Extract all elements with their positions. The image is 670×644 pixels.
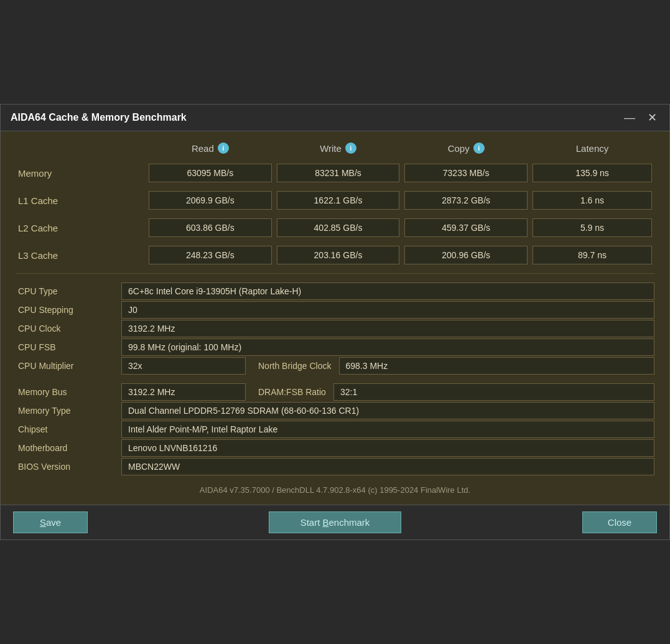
main-window: AIDA64 Cache & Memory Benchmark — ✕ Read… xyxy=(0,104,670,540)
header-copy: Copy i xyxy=(402,142,530,154)
cpu-type-label: CPU Type xyxy=(16,282,121,300)
chipset-label: Chipset xyxy=(16,421,121,438)
memory-row: Memory 63095 MB/s 83231 MB/s 73233 MB/s … xyxy=(16,164,654,182)
memory-bus-value: 3192.2 MHz xyxy=(121,383,246,401)
window-controls: — ✕ xyxy=(621,111,659,124)
cpu-multiplier-value: 32x xyxy=(121,357,246,375)
cpu-type-row: CPU Type 6C+8c Intel Core i9-13905H (Rap… xyxy=(16,282,654,300)
title-bar: AIDA64 Cache & Memory Benchmark — ✕ xyxy=(1,105,669,131)
l3cache-row: L3 Cache 248.23 GB/s 203.16 GB/s 200.96 … xyxy=(16,246,654,264)
start-benchmark-button[interactable]: Start Benchmark xyxy=(269,511,402,533)
memory-label: Memory xyxy=(16,168,146,179)
north-bridge-label: North Bridge Clock xyxy=(246,357,339,375)
memory-type-value: Dual Channel LPDDR5-12769 SDRAM (68-60-6… xyxy=(121,402,654,419)
cpu-stepping-row: CPU Stepping J0 xyxy=(16,301,654,319)
button-bar: Save Start Benchmark Close xyxy=(1,505,669,539)
l3cache-read: 248.23 GB/s xyxy=(149,246,272,264)
l3cache-latency: 89.7 ns xyxy=(533,246,652,264)
memory-write: 83231 MB/s xyxy=(277,164,400,182)
header-write: Write i xyxy=(274,142,402,154)
close-button[interactable]: ✕ xyxy=(645,111,659,124)
dram-fsb-value: 32:1 xyxy=(333,383,654,401)
close-button-bar[interactable]: Close xyxy=(582,511,657,533)
l2cache-label: L2 Cache xyxy=(16,223,146,233)
motherboard-row: Motherboard Lenovo LNVNB161216 xyxy=(16,439,654,457)
main-content: Read i Write i Copy i Latency Memory 630… xyxy=(1,131,669,505)
header-latency: Latency xyxy=(530,142,654,154)
l2cache-latency: 5.9 ns xyxy=(533,218,652,237)
l2cache-copy: 459.37 GB/s xyxy=(404,218,528,237)
memory-read: 63095 MB/s xyxy=(149,164,272,182)
divider-1 xyxy=(16,273,654,274)
bios-row: BIOS Version MBCN22WW xyxy=(16,458,654,475)
memory-bus-row: Memory Bus 3192.2 MHz DRAM:FSB Ratio 32:… xyxy=(16,383,654,401)
l1cache-row: L1 Cache 2069.9 GB/s 1622.1 GB/s 2873.2 … xyxy=(16,191,654,210)
l1cache-label: L1 Cache xyxy=(16,195,146,206)
north-bridge-value: 698.3 MHz xyxy=(339,357,655,375)
l3cache-label: L3 Cache xyxy=(16,250,146,261)
minimize-button[interactable]: — xyxy=(621,111,638,124)
cpu-fsb-label: CPU FSB xyxy=(16,338,121,356)
l1cache-read: 2069.9 GB/s xyxy=(149,191,272,210)
cpu-multiplier-label: CPU Multiplier xyxy=(16,357,121,375)
l3cache-write: 203.16 GB/s xyxy=(277,246,400,264)
header-read: Read i xyxy=(146,142,274,154)
motherboard-value: Lenovo LNVNB161216 xyxy=(121,439,654,457)
cpu-stepping-value: J0 xyxy=(121,301,654,319)
cpu-multiplier-row: CPU Multiplier 32x North Bridge Clock 69… xyxy=(16,357,654,375)
footer-text: AIDA64 v7.35.7000 / BenchDLL 4.7.902.8-x… xyxy=(16,478,654,498)
bios-value: MBCN22WW xyxy=(121,458,654,475)
copy-info-icon[interactable]: i xyxy=(473,142,485,154)
dram-fsb-label: DRAM:FSB Ratio xyxy=(246,383,333,401)
cpu-fsb-row: CPU FSB 99.8 MHz (original: 100 MHz) xyxy=(16,338,654,356)
column-headers: Read i Write i Copy i Latency xyxy=(16,142,654,157)
cpu-clock-row: CPU Clock 3192.2 MHz xyxy=(16,320,654,337)
read-info-icon[interactable]: i xyxy=(218,142,229,154)
l2cache-write: 402.85 GB/s xyxy=(277,218,400,237)
bios-label: BIOS Version xyxy=(16,458,121,475)
save-button[interactable]: Save xyxy=(13,511,88,533)
memory-type-label: Memory Type xyxy=(16,402,121,419)
cpu-stepping-label: CPU Stepping xyxy=(16,301,121,319)
write-info-icon[interactable]: i xyxy=(345,142,356,154)
cpu-type-value: 6C+8c Intel Core i9-13905H (Raptor Lake-… xyxy=(121,282,654,300)
l2cache-row: L2 Cache 603.86 GB/s 402.85 GB/s 459.37 … xyxy=(16,218,654,237)
cpu-clock-label: CPU Clock xyxy=(16,320,121,337)
l1cache-latency: 1.6 ns xyxy=(533,191,652,210)
memory-bus-label: Memory Bus xyxy=(16,383,121,401)
memory-copy: 73233 MB/s xyxy=(404,164,528,182)
header-empty xyxy=(16,142,146,154)
chipset-value: Intel Alder Point-M/P, Intel Raptor Lake xyxy=(121,421,654,438)
memory-latency: 135.9 ns xyxy=(533,164,652,182)
l1cache-copy: 2873.2 GB/s xyxy=(404,191,528,210)
chipset-row: Chipset Intel Alder Point-M/P, Intel Rap… xyxy=(16,421,654,438)
cpu-fsb-value: 99.8 MHz (original: 100 MHz) xyxy=(121,338,654,356)
l1cache-write: 1622.1 GB/s xyxy=(277,191,400,210)
system-info: CPU Type 6C+8c Intel Core i9-13905H (Rap… xyxy=(16,282,654,475)
motherboard-label: Motherboard xyxy=(16,439,121,457)
memory-type-row: Memory Type Dual Channel LPDDR5-12769 SD… xyxy=(16,402,654,419)
window-title: AIDA64 Cache & Memory Benchmark xyxy=(11,112,187,123)
l2cache-read: 603.86 GB/s xyxy=(149,218,272,237)
l3cache-copy: 200.96 GB/s xyxy=(404,246,528,264)
cpu-clock-value: 3192.2 MHz xyxy=(121,320,654,337)
